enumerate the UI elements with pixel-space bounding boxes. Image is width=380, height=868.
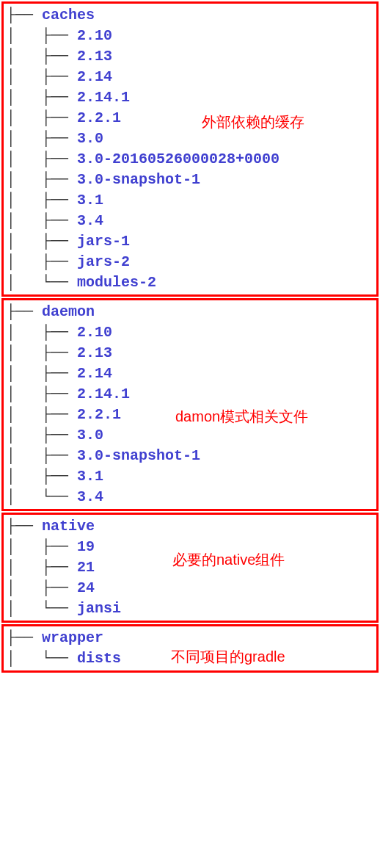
tree-branch-icon: ├── (7, 303, 42, 320)
dir-label: 21 (77, 559, 95, 576)
dir-label: 2.10 (77, 27, 112, 44)
dir-label: 3.0-snapshot-1 (77, 171, 200, 188)
dir-label: 19 (77, 538, 95, 555)
tree-branch-icon: │ ├── (7, 447, 77, 464)
annotation-label: 必要的native组件 (172, 550, 285, 570)
tree-item: │ ├── 2.14.1 (7, 87, 373, 108)
tree-item: │ ├── 2.10 (7, 26, 373, 46)
tree-item: │ ├── 3.1 (7, 190, 373, 211)
annotation-label: 外部依赖的缓存 (202, 112, 304, 132)
tree-item: │ ├── 3.0-20160526000028+0000 (7, 149, 373, 170)
dir-label: 24 (77, 579, 95, 596)
section-native: ├── native│ ├── 19│ ├── 21│ ├── 24│ └── … (1, 513, 379, 623)
dir-label: modules-2 (77, 274, 156, 291)
tree-branch-icon: │ ├── (7, 386, 77, 402)
dir-label: dists (77, 650, 121, 667)
tree-item: │ ├── 2.13 (7, 343, 373, 364)
section-wrapper: ├── wrapper│ └── dists不同项目的gradle (1, 624, 379, 673)
tree-branch-last-icon: │ └── (7, 600, 77, 617)
tree-item: │ ├── jars-1 (7, 231, 373, 252)
dir-label: jars-2 (77, 253, 130, 270)
tree-branch-icon: ├── (7, 629, 42, 646)
tree-branch-icon: │ ├── (7, 538, 77, 555)
section-caches: ├── caches│ ├── 2.10│ ├── 2.13│ ├── 2.14… (1, 1, 379, 297)
dir-label: 2.14.1 (77, 89, 130, 106)
dir-label: 3.0 (77, 130, 103, 147)
tree-branch-icon: │ ├── (7, 468, 77, 485)
tree-item: │ ├── 3.1 (7, 466, 373, 487)
dir-label: 2.14 (77, 365, 112, 382)
dir-label: jansi (77, 600, 121, 617)
dir-label: 3.0 (77, 427, 103, 444)
tree-branch-icon: │ ├── (7, 253, 77, 270)
tree-item: │ ├── 2.2.1 (7, 108, 373, 129)
tree-branch-icon: │ ├── (7, 324, 77, 341)
dir-label: 2.10 (77, 324, 112, 341)
tree-branch-icon: │ ├── (7, 68, 77, 85)
tree-branch-icon: │ ├── (7, 365, 77, 382)
tree-item: │ ├── 2.13 (7, 46, 373, 67)
tree-branch-icon: │ ├── (7, 212, 77, 229)
tree-branch-icon: │ ├── (7, 559, 77, 576)
tree-branch-icon: │ ├── (7, 427, 77, 444)
tree-branch-icon: │ ├── (7, 89, 77, 106)
dir-label: 3.0-snapshot-1 (77, 447, 200, 464)
tree-item: │ └── 3.4 (7, 487, 373, 507)
dir-label: 2.13 (77, 344, 112, 361)
dir-label: 3.4 (77, 212, 103, 229)
tree-branch-icon: ├── (7, 7, 42, 23)
tree-branch-icon: │ ├── (7, 130, 77, 147)
tree-branch-icon: │ ├── (7, 406, 77, 423)
annotation-label: damon模式相关文件 (175, 407, 308, 427)
tree-branch-icon: │ ├── (7, 151, 77, 167)
tree-item: │ ├── jars-2 (7, 252, 373, 272)
tree-branch-icon: │ ├── (7, 233, 77, 250)
tree-item: │ ├── 3.0 (7, 425, 373, 446)
dir-label: caches (42, 7, 95, 23)
dir-label: 3.1 (77, 192, 103, 209)
dir-label: wrapper (42, 629, 103, 646)
tree-item: │ ├── 2.10 (7, 322, 373, 343)
tree-branch-icon: │ ├── (7, 27, 77, 44)
tree-item: │ └── jansi (7, 598, 373, 619)
tree-root-caches: ├── caches (7, 5, 373, 26)
tree-item: │ ├── 2.14 (7, 67, 373, 87)
tree-item: │ ├── 3.0 (7, 129, 373, 149)
annotation-label: 不同项目的gradle (171, 647, 285, 667)
tree-item: │ ├── 3.0-snapshot-1 (7, 170, 373, 190)
tree-branch-icon: │ ├── (7, 579, 77, 596)
tree-branch-icon: │ ├── (7, 192, 77, 209)
tree-branch-last-icon: │ └── (7, 274, 77, 291)
dir-label: 3.1 (77, 468, 103, 485)
dir-label: 2.2.1 (77, 406, 121, 423)
dir-label: jars-1 (77, 233, 130, 250)
dir-label: 2.14 (77, 68, 112, 85)
tree-item: │ ├── 2.14 (7, 364, 373, 384)
dir-label: 2.2.1 (77, 109, 121, 126)
dir-label: daemon (42, 303, 95, 320)
tree-branch-icon: │ ├── (7, 344, 77, 361)
tree-branch-icon: │ ├── (7, 171, 77, 188)
tree-item: │ ├── 2.14.1 (7, 384, 373, 405)
tree-item: │ ├── 3.4 (7, 211, 373, 231)
dir-label: 2.14.1 (77, 386, 130, 402)
tree-item: │ └── modules-2 (7, 272, 373, 293)
tree-item: │ ├── 3.0-snapshot-1 (7, 446, 373, 466)
dir-label: 3.0-20160526000028+0000 (77, 151, 279, 167)
dir-label: 2.13 (77, 48, 112, 65)
section-daemon: ├── daemon│ ├── 2.10│ ├── 2.13│ ├── 2.14… (1, 298, 379, 511)
dir-label: 3.4 (77, 488, 103, 505)
tree-root-wrapper: ├── wrapper (7, 628, 373, 648)
tree-item: │ ├── 24 (7, 578, 373, 598)
tree-root-daemon: ├── daemon (7, 302, 373, 322)
tree-root-native: ├── native (7, 516, 373, 537)
tree-branch-icon: │ ├── (7, 48, 77, 65)
tree-branch-icon: ├── (7, 518, 42, 535)
tree-branch-icon: │ ├── (7, 109, 77, 126)
tree-branch-last-icon: │ └── (7, 650, 77, 667)
dir-label: native (42, 518, 95, 535)
tree-branch-last-icon: │ └── (7, 488, 77, 505)
